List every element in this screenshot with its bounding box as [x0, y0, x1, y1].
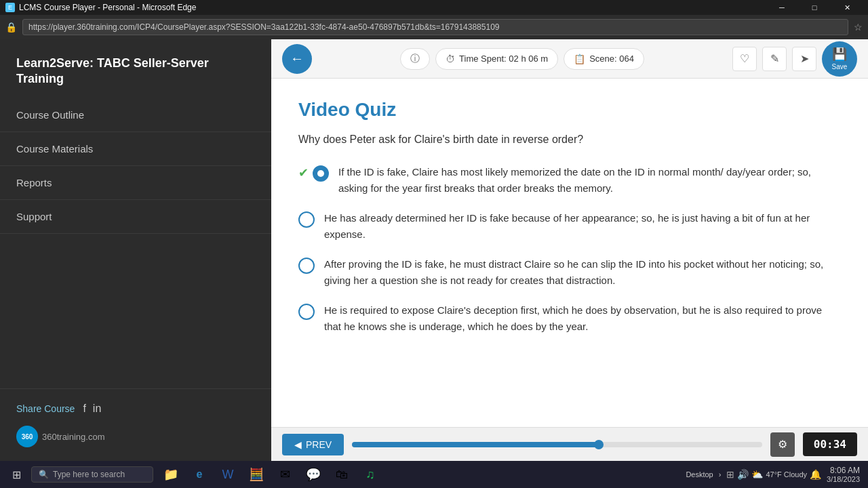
progress-bar-fill [352, 442, 598, 447]
taskbar-app-store[interactable]: 🛍 [328, 462, 355, 487]
lock-icon: 🔒 [5, 22, 17, 33]
taskbar-app-edge[interactable]: e [186, 462, 213, 487]
answer-option-1[interactable]: ✔ If the ID is fake, Claire has most lik… [298, 164, 841, 197]
sidebar-footer: Share Course f in 360 360training.com [0, 388, 271, 461]
scene-icon: 📋 [574, 54, 585, 64]
toolbar-pills: ⓘ ⏱ Time Spent: 02 h 06 m 📋 Scene: 064 [319, 48, 726, 70]
weather-icon: ⛅ [751, 469, 763, 480]
browser-icon: E [5, 3, 15, 12]
back-button[interactable]: ← [282, 44, 312, 74]
info-icon: ⓘ [410, 53, 420, 65]
facebook-icon[interactable]: f [83, 403, 85, 415]
timer-display: 00:34 [803, 432, 857, 456]
answer-text-2: He has already determined her ID is fake… [324, 210, 841, 243]
address-input[interactable] [22, 19, 848, 35]
quiz-content: Video Quiz Why does Peter ask for Claire… [271, 79, 868, 427]
radio-button-3[interactable] [298, 258, 315, 274]
sidebar: Learn2Serve: TABC Seller-Server Training… [0, 39, 271, 461]
prev-button[interactable]: ◀ PREV [282, 434, 344, 455]
desktop-label: Desktop [686, 470, 713, 479]
radio-button-1[interactable] [313, 165, 329, 182]
progress-bar-track[interactable] [352, 442, 762, 447]
maximize-button[interactable]: □ [799, 0, 830, 15]
checkmark-icon: ✔ [298, 165, 309, 180]
search-icon: 🔍 [39, 470, 49, 479]
course-title: Learn2Serve: TABC Seller-Server Training [0, 39, 271, 98]
progress-thumb [594, 440, 604, 449]
save-button[interactable]: 💾 Save [822, 41, 857, 77]
answer-text-3: After proving the ID is fake, he must di… [324, 256, 841, 289]
sidebar-item-course-materials[interactable]: Course Materials [0, 132, 271, 166]
taskbar-app-spotify[interactable]: ♫ [357, 462, 384, 487]
answer-option-2[interactable]: He has already determined her ID is fake… [298, 210, 841, 243]
taskbar-search[interactable]: 🔍 Type here to search [31, 466, 153, 483]
close-button[interactable]: ✕ [831, 0, 863, 15]
taskbar-clock: 8:06 AM 3/18/2023 [827, 466, 860, 483]
taskbar-time: 8:06 AM [827, 466, 860, 475]
weather-label: 47°F Cloudy [766, 470, 807, 479]
taskbar-app-mail[interactable]: ✉ [271, 462, 298, 487]
address-bar: 🔒 ☆ [0, 15, 868, 39]
taskbar-search-label: Type here to search [53, 470, 125, 479]
taskbar-chevron-icon: › [719, 470, 722, 479]
prev-label: PREV [306, 439, 332, 450]
network-icon[interactable]: ⊞ [726, 469, 734, 480]
answer-text-4: He is required to expose Claire's decept… [324, 302, 841, 335]
taskbar-app-word[interactable]: W [214, 462, 241, 487]
sidebar-item-course-outline[interactable]: Course Outline [0, 98, 271, 132]
top-toolbar: ← ⓘ ⏱ Time Spent: 02 h 06 m 📋 Scene: 064… [271, 39, 868, 79]
prev-arrow-icon: ◀ [294, 439, 302, 450]
radio-button-2[interactable] [298, 211, 315, 228]
radio-button-4[interactable] [298, 304, 315, 320]
content-area: ← ⓘ ⏱ Time Spent: 02 h 06 m 📋 Scene: 064… [271, 39, 868, 461]
time-spent-pill: ⏱ Time Spent: 02 h 06 m [435, 48, 558, 70]
answer-text-1: If the ID is fake, Claire has most likel… [338, 164, 841, 197]
notification-icon[interactable]: 🔔 [810, 469, 821, 480]
taskbar-icons: ⊞ 🔊 ⛅ 47°F Cloudy 🔔 [726, 469, 821, 480]
save-icon: 💾 [832, 47, 847, 62]
sidebar-item-reports[interactable]: Reports [0, 166, 271, 200]
answer-option-4[interactable]: He is required to expose Claire's decept… [298, 302, 841, 335]
settings-button[interactable]: ⚙ [770, 432, 795, 457]
logo-icon: 360 [16, 426, 38, 447]
quiz-title: Video Quiz [298, 99, 841, 121]
taskbar-app-files[interactable]: 📁 [157, 462, 184, 487]
logo-text: 360training.com [42, 432, 105, 442]
save-label: Save [832, 63, 848, 70]
taskbar-app-chat[interactable]: 💬 [300, 462, 327, 487]
quiz-question: Why does Peter ask for Claire's birth da… [298, 131, 841, 148]
share-course-link[interactable]: Share Course [16, 403, 75, 414]
taskbar: ⊞ 🔍 Type here to search 📁 e W 🧮 ✉ 💬 🛍 ♫ … [0, 461, 868, 488]
sidebar-nav: Course Outline Course Materials Reports … [0, 98, 271, 388]
taskbar-date: 3/18/2023 [827, 475, 860, 483]
social-icons: f in [83, 403, 101, 415]
linkedin-icon[interactable]: in [93, 403, 101, 415]
title-bar: E LCMS Course Player - Personal - Micros… [0, 0, 868, 15]
scene-label: Scene: 064 [589, 54, 634, 64]
share-button[interactable]: ➤ [792, 47, 816, 71]
info-pill: ⓘ [400, 48, 430, 70]
logo-area: 360 360training.com [16, 426, 255, 447]
bookmark-button[interactable]: ♡ [732, 47, 757, 71]
time-spent-label: Time Spent: 02 h 06 m [459, 54, 548, 64]
start-button[interactable]: ⊞ [3, 462, 30, 487]
taskbar-app-calc[interactable]: 🧮 [243, 462, 270, 487]
sidebar-item-support[interactable]: Support [0, 200, 271, 234]
minimize-button[interactable]: ─ [766, 0, 797, 15]
bottom-bar: ◀ PREV ⚙ 00:34 [271, 427, 868, 461]
volume-icon[interactable]: 🔊 [737, 469, 749, 480]
window-title: LCMS Course Player - Personal - Microsof… [19, 3, 196, 12]
radio-inner-1 [317, 170, 324, 177]
scene-pill: 📋 Scene: 064 [564, 48, 644, 70]
star-icon[interactable]: ☆ [854, 22, 863, 33]
edit-button[interactable]: ✎ [762, 47, 787, 71]
answer-option-3[interactable]: After proving the ID is fake, he must di… [298, 256, 841, 289]
taskbar-apps: 📁 e W 🧮 ✉ 💬 🛍 ♫ [157, 462, 384, 487]
clock-icon: ⏱ [446, 54, 455, 64]
toolbar-actions: ♡ ✎ ➤ 💾 Save [732, 41, 857, 77]
taskbar-right: Desktop › ⊞ 🔊 ⛅ 47°F Cloudy 🔔 8:06 AM 3/… [686, 466, 865, 483]
